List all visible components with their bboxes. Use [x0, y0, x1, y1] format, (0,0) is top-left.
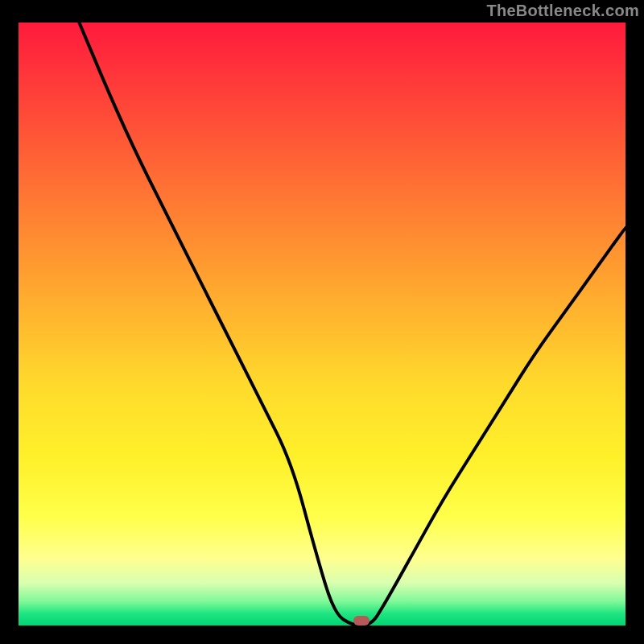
plot-area — [19, 23, 625, 625]
optimum-marker — [353, 616, 369, 625]
bottleneck-curve — [79, 23, 625, 625]
attribution-text: TheBottleneck.com — [486, 2, 639, 20]
chart-frame: TheBottleneck.com — [0, 0, 644, 644]
curve-svg — [19, 23, 625, 625]
